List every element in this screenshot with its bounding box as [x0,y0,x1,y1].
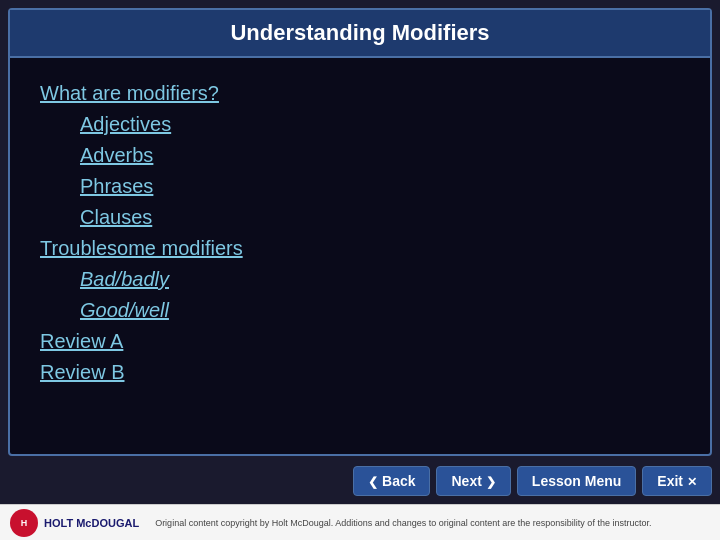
holt-logo-text: HOLT McDOUGAL [44,517,139,529]
slide-content: What are modifiers?AdjectivesAdverbsPhra… [10,58,710,454]
menu-item-1[interactable]: Adjectives [80,113,680,136]
lesson-menu-label: Lesson Menu [532,473,621,489]
holt-logo: H HOLT McDOUGAL [10,509,139,537]
holt-logo-icon: H [10,509,38,537]
chevron-left-icon [368,473,378,489]
navigation-bar: Back Next Lesson Menu Exit [0,460,720,502]
exit-button[interactable]: Exit [642,466,712,496]
footer-legal: Original content copyright by Holt McDou… [155,518,651,528]
slide-title: Understanding Modifiers [10,10,710,58]
next-button[interactable]: Next [436,466,510,496]
menu-item-7[interactable]: Good/well [80,299,680,322]
lesson-menu-button[interactable]: Lesson Menu [517,466,636,496]
menu-item-9[interactable]: Review B [40,361,680,384]
menu-item-8[interactable]: Review A [40,330,680,353]
close-icon [687,473,697,489]
menu-item-5[interactable]: Troublesome modifiers [40,237,680,260]
menu-item-2[interactable]: Adverbs [80,144,680,167]
back-label: Back [382,473,415,489]
footer: H HOLT McDOUGAL Original content copyrig… [0,504,720,540]
menu-item-4[interactable]: Clauses [80,206,680,229]
menu-item-3[interactable]: Phrases [80,175,680,198]
menu-item-0[interactable]: What are modifiers? [40,82,680,105]
exit-label: Exit [657,473,683,489]
back-button[interactable]: Back [353,466,430,496]
next-label: Next [451,473,481,489]
chevron-right-icon [486,473,496,489]
menu-item-6[interactable]: Bad/badly [80,268,680,291]
slide-container: Understanding Modifiers What are modifie… [8,8,712,456]
